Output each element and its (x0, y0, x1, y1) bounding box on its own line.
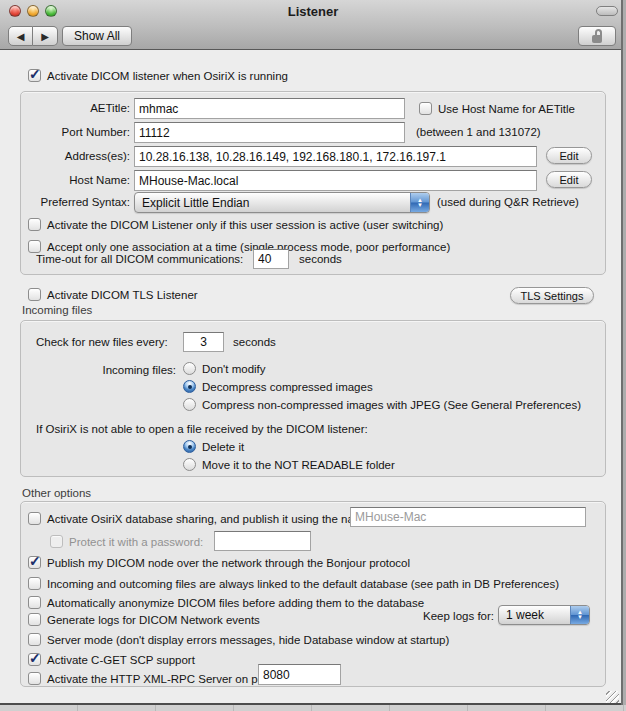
window-right-edge (621, 0, 626, 705)
checkbox-disabled-icon (50, 535, 63, 548)
cget-scp-label: Activate C-GET SCP support (47, 654, 195, 666)
preferred-syntax-popup[interactable]: Explicit Little Endian ▲▼ (134, 192, 430, 213)
use-hostname-label: Use Host Name for AETitle (438, 103, 575, 115)
port-input[interactable] (134, 122, 405, 143)
server-mode-checkbox[interactable]: Server mode (don't display errors messag… (28, 632, 449, 647)
window-bottom-edge (0, 703, 626, 711)
tls-listener-label: Activate DICOM TLS Listener (47, 289, 198, 301)
check-every-label: Check for new files every: (36, 336, 168, 348)
user-session-checkbox[interactable]: Activate the DICOM Listener only if this… (28, 217, 443, 232)
checkbox-icon (419, 102, 432, 115)
linked-default-db-label: Incoming and outcoming files are always … (47, 578, 559, 590)
checkbox-icon (28, 288, 41, 301)
window-title: Listener (0, 4, 626, 19)
xmlrpc-checkbox[interactable]: Activate the HTTP XML-RPC Server on port… (28, 671, 274, 686)
radio-dont-modify[interactable]: Don't modify (183, 361, 266, 376)
radio-delete-it[interactable]: Delete it (183, 439, 244, 454)
bonjour-label: Publish my DICOM node over the network t… (47, 557, 410, 569)
lock-button[interactable] (578, 26, 616, 46)
lock-icon (591, 29, 604, 43)
radio-icon (183, 362, 196, 375)
edit-addresses-button[interactable]: Edit (546, 147, 592, 164)
checkbox-icon (28, 596, 41, 609)
cget-scp-checkbox[interactable]: Activate C-GET SCP support (28, 652, 195, 667)
checkbox-checked-icon (28, 69, 41, 82)
radio-compress-jpeg-label: Compress non-compressed images with JPEG… (202, 399, 581, 411)
aetitle-input[interactable] (134, 98, 405, 119)
show-all-button[interactable]: Show All (62, 26, 132, 46)
activate-listener-label: Activate DICOM listener when OsiriX is r… (47, 70, 288, 82)
radio-icon (183, 458, 196, 471)
addresses-input[interactable] (134, 146, 537, 167)
edit-hostname-button[interactable]: Edit (546, 171, 592, 188)
password-protect-checkbox[interactable]: Protect it with a password: (50, 534, 203, 549)
sharing-name-input[interactable] (350, 507, 586, 527)
user-session-label: Activate the DICOM Listener only if this… (47, 219, 443, 231)
history-nav: ◀ ▶ (8, 26, 58, 46)
timeout-label: Time-out for all DICOM communications: (36, 253, 243, 265)
radio-dont-modify-label: Don't modify (202, 363, 266, 375)
radio-delete-it-label: Delete it (202, 441, 244, 453)
keep-logs-popup[interactable]: 1 week ▲▼ (498, 605, 590, 625)
checkbox-icon (28, 577, 41, 590)
incoming-files-label: Incoming files: (36, 364, 176, 376)
radio-decompress-label: Decompress compressed images (202, 381, 373, 393)
toolbar-toggle-pill[interactable] (596, 6, 618, 16)
port-hint: (between 1 and 131072) (416, 126, 541, 138)
checkbox-icon (28, 240, 41, 253)
radio-move-not-readable[interactable]: Move it to the NOT READABLE folder (183, 457, 395, 472)
generate-logs-label: Generate logs for DICOM Network events (47, 614, 260, 626)
use-hostname-checkbox[interactable]: Use Host Name for AETitle (419, 101, 575, 116)
tls-settings-button[interactable]: TLS Settings (510, 287, 594, 304)
radio-selected-icon (183, 440, 196, 453)
linked-default-db-checkbox[interactable]: Incoming and outcoming files are always … (28, 576, 559, 591)
port-label: Port Number: (20, 126, 130, 138)
checkbox-icon (28, 613, 41, 626)
keep-logs-label: Keep logs for: (400, 610, 494, 622)
incoming-section-title: Incoming files (22, 304, 92, 316)
single-association-checkbox[interactable]: Accept only one association at a time (s… (28, 239, 450, 254)
activate-listener-checkbox[interactable]: Activate DICOM listener when OsiriX is r… (28, 68, 288, 83)
checkbox-icon (28, 633, 41, 646)
check-every-input[interactable] (183, 332, 224, 352)
resize-grip-icon[interactable] (606, 691, 619, 703)
xmlrpc-label: Activate the HTTP XML-RPC Server on port… (47, 673, 274, 685)
syntax-hint: (used during Q&R Retrieve) (437, 196, 579, 208)
preferred-syntax-value: Explicit Little Endian (135, 193, 410, 212)
check-every-unit: seconds (233, 336, 276, 348)
popup-arrows-icon: ▲▼ (410, 193, 429, 212)
generate-logs-checkbox[interactable]: Generate logs for DICOM Network events (28, 612, 260, 627)
radio-icon (183, 398, 196, 411)
addresses-label: Address(es): (20, 150, 130, 162)
radio-move-not-readable-label: Move it to the NOT READABLE folder (202, 459, 395, 471)
anonymize-checkbox[interactable]: Automatically anonymize DICOM files befo… (28, 595, 424, 610)
timeout-unit: seconds (299, 253, 342, 265)
syntax-label: Preferred Syntax: (20, 196, 130, 208)
preferences-window: Listener ◀ ▶ Show All Activate DICOM lis… (0, 0, 626, 711)
password-input[interactable] (214, 531, 311, 551)
aetitle-label: AETitle: (20, 102, 130, 114)
unreadable-label: If OsiriX is not able to open a file rec… (36, 423, 368, 435)
popup-arrows-icon: ▲▼ (570, 606, 589, 624)
bonjour-checkbox[interactable]: Publish my DICOM node over the network t… (28, 555, 410, 570)
password-protect-label: Protect it with a password: (69, 536, 203, 548)
server-mode-label: Server mode (don't display errors messag… (47, 634, 449, 646)
other-section-title: Other options (22, 487, 91, 499)
checkbox-icon (28, 218, 41, 231)
title-toolbar-chrome: Listener ◀ ▶ Show All (0, 0, 626, 50)
radio-compress-jpeg[interactable]: Compress non-compressed images with JPEG… (183, 397, 581, 412)
anonymize-label: Automatically anonymize DICOM files befo… (47, 597, 424, 609)
xmlrpc-port-input[interactable] (258, 664, 341, 685)
hostname-label: Host Name: (20, 174, 130, 186)
checkbox-checked-icon (28, 556, 41, 569)
hostname-input[interactable] (134, 170, 537, 191)
database-sharing-checkbox[interactable]: Activate OsiriX database sharing, and pu… (28, 511, 373, 526)
back-button[interactable]: ◀ (8, 26, 33, 46)
radio-decompress[interactable]: Decompress compressed images (183, 379, 373, 394)
database-sharing-label: Activate OsiriX database sharing, and pu… (47, 513, 373, 525)
back-icon: ◀ (17, 31, 25, 42)
checkbox-checked-icon (28, 653, 41, 666)
timeout-input[interactable] (253, 249, 289, 269)
forward-button[interactable]: ▶ (33, 26, 58, 46)
tls-listener-checkbox[interactable]: Activate DICOM TLS Listener (28, 287, 198, 302)
